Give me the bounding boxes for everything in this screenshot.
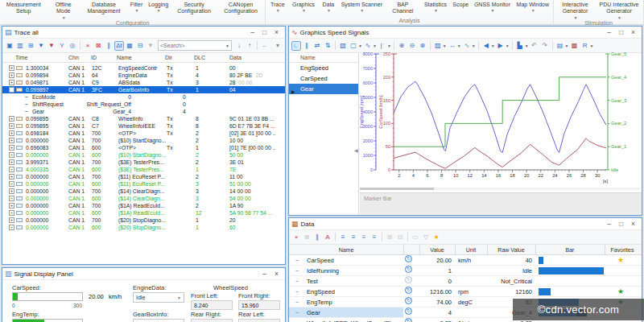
sort-descending-icon[interactable]: ↓: [234, 41, 244, 51]
columns-icon[interactable]: ▦: [125, 41, 134, 51]
ribbon-item-logging[interactable]: Logging▼: [146, 0, 171, 13]
data-col-unit[interactable]: Unit: [455, 247, 487, 253]
sort-ascending-icon[interactable]: ↑: [245, 41, 254, 51]
ribbon-item-pdu-interactive-generator[interactable]: PDU Interactive Generator▼: [596, 0, 642, 20]
font-icon[interactable]: A: [323, 233, 332, 242]
expand-icon[interactable]: +: [9, 203, 14, 208]
lasso-icon[interactable]: ▨: [433, 41, 443, 51]
indent-increase-icon[interactable]: ≡: [338, 233, 348, 242]
previous-marker-icon[interactable]: ◀: [481, 41, 491, 51]
legend-item-carspeed[interactable]: CarSpeed: [289, 73, 358, 84]
close-button[interactable]: ×: [627, 219, 639, 229]
refresh-icon[interactable]: ↻: [405, 287, 412, 294]
search-input[interactable]: [160, 43, 225, 48]
scrollbar-thumb[interactable]: [360, 188, 434, 190]
legend-config-icon[interactable]: R: [580, 41, 590, 51]
data-row-engspeed[interactable]: ~EngSpeed↻1216.00rpm12160★: [289, 287, 642, 297]
minimize-button[interactable]: –: [603, 27, 615, 37]
trace-row[interactable]: +0.000000CAN 1600($11) EcuReset P...351 …: [2, 180, 285, 188]
ribbon-item-canopen-configuration[interactable]: CANopen Configuration: [217, 0, 264, 15]
expand-icon[interactable]: −: [9, 87, 14, 93]
trace-row[interactable]: +0.000000CAN 1700($1A) ReadEcuId...21A 9…: [2, 202, 285, 209]
trace-col-dir[interactable]: Dir: [165, 55, 172, 60]
trace-col-data[interactable]: Data: [229, 55, 242, 60]
ribbon-item-statistics[interactable]: Statistics▼: [420, 0, 450, 13]
close-button[interactable]: ×: [270, 27, 283, 37]
move-up-icon[interactable]: ≡: [359, 233, 369, 242]
marker-icon[interactable]: |`: [378, 41, 387, 51]
find-icon[interactable]: ◎: [68, 41, 77, 51]
export-icon[interactable]: ▤: [555, 41, 565, 51]
favorite-star-icon[interactable]: ★: [617, 255, 624, 266]
refresh-icon[interactable]: ↻: [405, 308, 412, 315]
minimize-button[interactable]: –: [258, 269, 270, 279]
measure-mode-icon[interactable]: ∟: [291, 41, 301, 51]
ribbon-item-scope[interactable]: Scope: [450, 0, 471, 8]
trace-row[interactable]: +0.099895CAN 1C8WheelInfoTx89C 01 1E 03 …: [2, 115, 285, 122]
trace-col-chn[interactable]: Chn: [68, 55, 79, 60]
expand-icon[interactable]: +: [9, 217, 14, 223]
expand-icon[interactable]: +: [9, 138, 14, 143]
curve-style-icon[interactable]: ∿: [363, 41, 373, 51]
maximize-button[interactable]: □: [258, 27, 270, 37]
pan-icon[interactable]: ↔: [448, 41, 457, 51]
data-col-raw-value[interactable]: Raw Value: [487, 247, 535, 253]
expand-icon[interactable]: +: [9, 225, 14, 230]
zoom-in-icon[interactable]: ⊕: [397, 41, 407, 51]
trace-row[interactable]: +0.000000CAN 1700($20) StopDiagno...120: [2, 217, 285, 224]
statistics-icon[interactable]: ▥: [15, 41, 25, 51]
chart-h-scrollbar[interactable]: [360, 188, 640, 190]
zoom-out-icon[interactable]: ⊖: [407, 41, 417, 51]
expand-icon[interactable]: +: [9, 72, 14, 78]
data-row-idlerunning[interactable]: ~IdleRunning↻1Idle: [289, 266, 642, 276]
clear-icon[interactable]: ×: [83, 41, 93, 51]
favorite-star-icon[interactable]: ★: [617, 287, 624, 297]
data-row-carspeed[interactable]: ~CarSpeed↻20.00km/h40★: [289, 255, 642, 266]
expand-icon[interactable]: +: [9, 145, 14, 151]
trace-row[interactable]: +0.000000CAN 1700($11) EcuReset P...211 …: [2, 173, 285, 180]
redo-icon[interactable]: ↷: [540, 41, 550, 51]
expand-icon[interactable]: +: [9, 116, 14, 122]
data-row-engtemp[interactable]: ~EngTemp↻74.00degC62★: [289, 297, 642, 308]
expand-icon[interactable]: +: [9, 80, 14, 85]
filter-disabled-icon[interactable]: ▼: [146, 41, 155, 51]
trace-row[interactable]: +3.999371CAN 1700($3E) TesterPres...23E …: [2, 159, 285, 166]
maximize-button[interactable]: □: [615, 219, 627, 229]
axis-setup-icon[interactable]: ▙: [515, 41, 525, 51]
refresh-icon[interactable]: ↻: [405, 255, 412, 262]
trace-col-id[interactable]: ID: [91, 55, 97, 60]
data-col-value[interactable]: Value: [419, 247, 455, 253]
pause-icon[interactable]: ∥: [312, 233, 322, 242]
ribbon-item-gnss-monitor[interactable]: GNSS Monitor▼: [471, 0, 513, 13]
data-col-bar[interactable]: Bar: [535, 247, 605, 253]
expand-icon[interactable]: +: [9, 130, 14, 136]
fit-y-icon[interactable]: ⇅: [323, 41, 332, 51]
delete-icon[interactable]: ×: [291, 233, 301, 242]
toolbar-overflow-icon[interactable]: ▾: [273, 41, 283, 51]
signal-jump-icon[interactable]: ∿: [462, 41, 472, 51]
trace-row[interactable]: +0.000000CAN 1700($10) StartDiagno...210…: [2, 137, 285, 144]
ribbon-item-data[interactable]: Data▼: [318, 0, 338, 13]
favorite-star-icon[interactable]: ★: [617, 297, 624, 308]
trace-row[interactable]: +0.000000CAN 1600($10) StartDiagno...250…: [2, 151, 285, 159]
go-back-icon[interactable]: ←: [260, 41, 270, 51]
refresh-icon[interactable]: ↻: [405, 266, 412, 273]
trace-row[interactable]: +0.696083CAN 1600<OTP>Tx1[01] 7E [00 00 …: [2, 144, 285, 151]
trace-signal-row[interactable]: ~GearGear_44: [2, 108, 285, 115]
new-window-icon[interactable]: ⊞: [26, 41, 35, 51]
ribbon-item-system-scanner[interactable]: System Scanner▼: [338, 0, 385, 13]
ribbon-item-bap-channel[interactable]: BAP Channel: [385, 0, 420, 15]
expand-all-icon[interactable]: ⊞: [385, 233, 394, 242]
trace-row[interactable]: +0.049871CAN 1C9ABSdataTx32800 00: [2, 79, 285, 86]
filter-icon[interactable]: ▽: [421, 233, 431, 242]
trace-signal-row[interactable]: ~EcoMode00: [2, 93, 285, 101]
ribbon-item-graphics[interactable]: Graphics▼: [289, 0, 319, 13]
refresh-icon[interactable]: ↻: [405, 297, 412, 304]
expand-icon[interactable]: +: [9, 167, 14, 172]
ribbon-item-database-management[interactable]: Database Management: [80, 0, 127, 15]
pause-icon[interactable]: ∥: [302, 41, 312, 51]
trace-col-name[interactable]: Name: [117, 55, 132, 60]
ribbon-item-trace[interactable]: Trace▼: [266, 0, 288, 13]
maximize-button[interactable]: □: [615, 27, 627, 37]
expand-icon[interactable]: +: [9, 181, 14, 187]
